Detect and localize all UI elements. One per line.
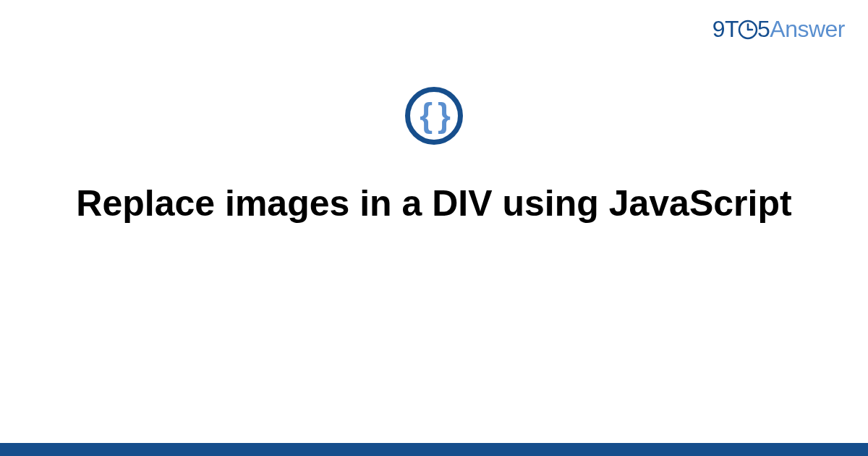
- category-icon-circle: { }: [405, 87, 463, 145]
- logo-text-answer: Answer: [770, 16, 845, 42]
- page-title: Replace images in a DIV using JavaScript: [18, 181, 849, 227]
- site-logo: 9T5Answer: [712, 16, 845, 43]
- logo-text-5: 5: [757, 16, 770, 42]
- logo-text-9t: 9T: [712, 16, 739, 42]
- clock-icon: [738, 20, 758, 40]
- footer-bar: [0, 443, 868, 456]
- braces-icon: { }: [420, 98, 448, 132]
- main-content: { } Replace images in a DIV using JavaSc…: [0, 87, 868, 227]
